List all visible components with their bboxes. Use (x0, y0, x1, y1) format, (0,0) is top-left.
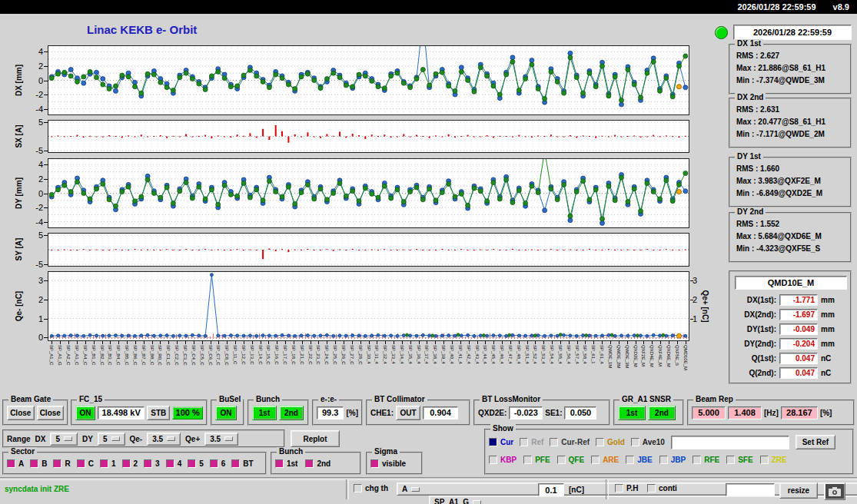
x-tick-mark (285, 341, 286, 344)
show-check-pfe[interactable]: PFE (523, 456, 550, 464)
gr-1st-button[interactable]: 1st (618, 406, 646, 420)
bunch-1st-button[interactable]: 1st (252, 406, 277, 420)
x-axis-label: SP_23_C (315, 345, 321, 365)
ee-ratio-readout: 99.3 (317, 406, 344, 419)
x-tick-mark (252, 341, 253, 344)
stat-min: Min : -7.171@QWDE_2M (730, 128, 850, 141)
ph-checkbox[interactable]: P.H (615, 484, 638, 492)
checkbox-indicator-icon (647, 484, 656, 492)
bunch-2nd-button[interactable]: 2nd (279, 406, 304, 420)
bunch-check-2nd[interactable]: 2nd (305, 459, 331, 468)
x-axis-label: SP_58_4 (582, 345, 587, 364)
qmd-row-value: 0.047 (779, 367, 818, 379)
x-axis-label: SP_C7_C (215, 345, 221, 366)
checkbox-label: 4 (178, 459, 182, 468)
sector-check-a[interactable]: A (7, 459, 24, 468)
screenshot-button[interactable] (824, 482, 845, 500)
x-tick-mark (118, 341, 119, 344)
checkbox-label: JBP (671, 456, 686, 464)
show-check-kbp[interactable]: KBP (489, 456, 517, 464)
fc15-on-button[interactable]: ON (75, 406, 95, 420)
menu-indicator-icon (224, 436, 233, 441)
y-tick-label: 0 (22, 76, 43, 85)
range-dx-select[interactable]: 5 (50, 433, 78, 446)
checkbox-label: C (88, 459, 94, 468)
checkbox-indicator-icon (188, 459, 196, 468)
sector-check-c[interactable]: C (77, 459, 94, 468)
show-check-zre[interactable]: ZRE (760, 456, 787, 464)
x-tick-mark (402, 341, 403, 344)
sector-check-6[interactable]: 6 (210, 459, 226, 468)
sector-check-b[interactable]: B (30, 459, 47, 468)
x-tick-mark (318, 341, 319, 344)
beam-gate-close-1-button[interactable]: Close (7, 406, 35, 420)
sector-check-bt[interactable]: BT (231, 459, 253, 468)
conti-checkbox[interactable]: conti (647, 484, 677, 492)
x-axis-label: SP_45_4 (490, 345, 496, 364)
stat-group-dy-2nd: DY 2nd RMS : 1.552 Max : 5.684@QXD6E_M M… (729, 212, 852, 263)
x-axis-label: SP_42_4 (466, 345, 471, 364)
show-check-rfe[interactable]: RFE (693, 456, 719, 464)
che1-out-button[interactable]: OUT (396, 406, 420, 420)
y-tick-label: 0 (22, 189, 43, 198)
checkbox-label: Ref (531, 438, 543, 446)
show-check-ave10[interactable]: Ave10 (631, 438, 665, 446)
busel-on-button[interactable]: ON (215, 406, 237, 420)
bottom-divider (0, 477, 857, 480)
x-tick-mark (535, 341, 536, 344)
group-title: Sigma (372, 447, 400, 456)
sector-check-5[interactable]: 5 (188, 459, 204, 468)
stat-min: Min : -6.849@QXD2E_M (730, 187, 850, 200)
y-tick-label: 1 (22, 314, 43, 323)
y-tick-label: -2 (22, 90, 43, 99)
resize-button[interactable]: resize (779, 482, 818, 499)
x-axis-label: SP_27_C (349, 345, 354, 365)
bunch-check-1st[interactable]: 1st (275, 459, 297, 468)
titlebar-version: v8.9 (833, 2, 849, 12)
range-dy-select[interactable]: 5 (98, 433, 125, 446)
show-check-jbp[interactable]: JBP (659, 456, 686, 464)
x-tick-mark (185, 341, 186, 344)
sector-check-3[interactable]: 3 (144, 459, 160, 468)
sector-check-2[interactable]: 2 (122, 459, 138, 468)
show-check-ref[interactable]: Ref (520, 438, 543, 446)
x-tick-mark (543, 341, 544, 344)
ref-file-input[interactable] (671, 436, 789, 449)
x-tick-mark (344, 341, 344, 344)
replot-button[interactable]: Replot (291, 430, 340, 447)
beam-rep-hz-label: [Hz] (764, 409, 779, 417)
show-check-qfe[interactable]: QFE (557, 456, 585, 464)
checkbox-label: A (18, 459, 24, 468)
stat-group-dx-1st: DX 1st RMS : 2.627 Max : 21.886@S8_61_H1… (729, 44, 852, 94)
chg-th-checkbox[interactable]: chg th (354, 484, 388, 492)
x-tick-mark (327, 341, 327, 344)
range-qem-select[interactable]: 3.5 (147, 433, 181, 446)
show-check-jbe[interactable]: JBE (626, 456, 652, 464)
sector-check-1[interactable]: 1 (100, 459, 116, 468)
show-check-cur[interactable]: Cur (489, 438, 513, 446)
fc15-stb-button[interactable]: STB (147, 406, 170, 420)
y-tick-label: 2 (22, 61, 43, 71)
axis-label: DX [mm] (15, 53, 23, 107)
x-tick-mark (493, 341, 494, 344)
checkbox-indicator-icon (275, 459, 284, 468)
gr-2nd-button[interactable]: 2nd (648, 406, 676, 420)
show-check-sfe[interactable]: SFE (726, 456, 752, 464)
range-qep-select[interactable]: 3.5 (204, 433, 238, 446)
stat-max: Max : 3.983@QXF2E_M (730, 175, 850, 187)
sector-check-r[interactable]: R (53, 459, 70, 468)
checkbox-label: visible (382, 459, 406, 468)
y-tick-label: 0 (22, 333, 43, 342)
show-check-cur-ref[interactable]: Cur-Ref (550, 438, 590, 446)
set-ref-button[interactable]: Set Ref (796, 435, 835, 449)
show-check-gold[interactable]: Gold (596, 438, 625, 446)
count-input[interactable] (726, 483, 775, 496)
beam-gate-close-2-button[interactable]: Close (37, 406, 65, 420)
threshold-input[interactable]: 0.1 (538, 483, 564, 496)
checkbox-indicator-icon (354, 484, 362, 492)
sigma-check-visible[interactable]: visible (370, 459, 406, 468)
camera-icon (829, 487, 841, 496)
show-check-are[interactable]: ARE (591, 456, 619, 464)
x-tick-mark (227, 341, 228, 344)
sector-check-4[interactable]: 4 (166, 459, 182, 468)
